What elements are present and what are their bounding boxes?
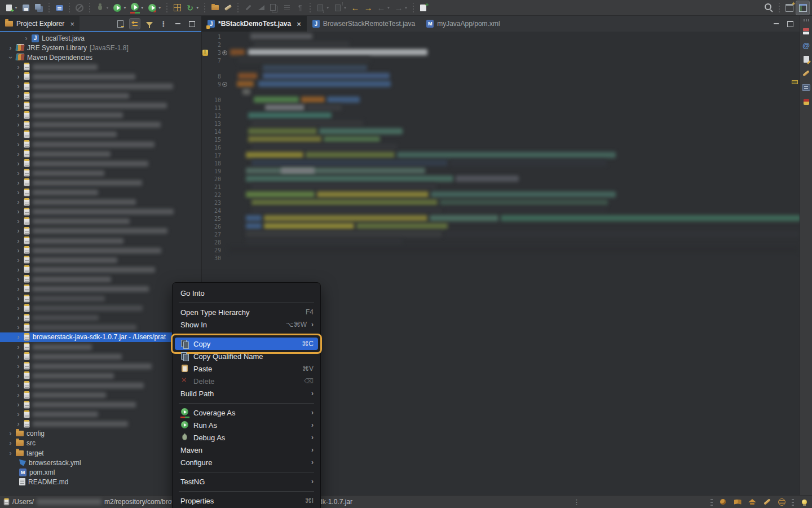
view-menu-icon[interactable]: ⋮ (158, 19, 169, 29)
tree-item-jar[interactable]: › (0, 342, 201, 352)
tree-item[interactable]: ›Maven Dependencies (0, 52, 201, 62)
chevron-collapsed-icon[interactable]: › (16, 227, 21, 234)
tree-item-jar[interactable]: › (0, 72, 201, 81)
chevron-collapsed-icon[interactable]: › (16, 392, 21, 398)
chevron-collapsed-icon[interactable]: › (16, 131, 21, 138)
chevron-collapsed-icon[interactable]: › (16, 266, 21, 273)
tree-item-jar[interactable]: › (0, 139, 201, 149)
format-button[interactable] (255, 1, 268, 15)
close-icon[interactable]: × (70, 20, 74, 28)
mark-occurrences-button[interactable] (242, 1, 255, 15)
tree-item-jar[interactable]: › (0, 380, 201, 390)
tree-item-jar[interactable]: › (0, 265, 201, 274)
tree-item-jar[interactable]: › (0, 313, 201, 323)
pin-editor-button[interactable] (417, 1, 430, 15)
overview-ruler-warning-marker[interactable] (792, 80, 798, 84)
fold-expand-icon[interactable]: + (222, 50, 227, 55)
minimize-icon[interactable] (173, 19, 183, 29)
chevron-collapsed-icon[interactable]: › (16, 411, 21, 418)
tree-item[interactable]: ›target (0, 448, 201, 458)
menu-item-go-into[interactable]: Go Into (173, 287, 320, 299)
dropdown-caret-icon[interactable]: ▼ (196, 6, 200, 10)
chevron-collapsed-icon[interactable]: › (16, 257, 21, 264)
tree-item[interactable]: ›JRE System Library [JavaSE-1.8] (0, 43, 201, 52)
chevron-collapsed-icon[interactable]: › (16, 344, 21, 351)
status-drag-handle[interactable] (710, 498, 713, 506)
menu-item-maven[interactable]: Maven› (173, 444, 320, 456)
tree-item-jar[interactable]: › (0, 217, 201, 226)
next-edit-location-button[interactable] (362, 1, 375, 15)
search-button[interactable] (762, 1, 775, 15)
menu-item-open-type-hierarchy[interactable]: Open Type HierarchyF4 (173, 306, 320, 318)
tree-item-jar[interactable]: › (0, 168, 201, 178)
status-drag-handle[interactable] (792, 498, 794, 506)
menu-item-copy[interactable]: Copy⌘C (175, 338, 318, 350)
open-perspective-button[interactable] (783, 1, 796, 15)
skip-all-breakpoints-button[interactable] (73, 1, 86, 15)
menu-item-run-as[interactable]: Run As› (173, 419, 320, 431)
forward-history-button[interactable]: ▼ (392, 1, 409, 15)
chevron-collapsed-icon[interactable]: › (16, 247, 21, 254)
tree-item-jar[interactable]: › (0, 149, 201, 159)
chevron-collapsed-icon[interactable]: › (16, 373, 21, 379)
chevron-collapsed-icon[interactable]: › (16, 421, 21, 427)
tree-item-jar[interactable]: › (0, 255, 201, 265)
chevron-collapsed-icon[interactable]: › (16, 208, 21, 215)
menu-item-coverage-as[interactable]: Coverage As› (173, 406, 320, 419)
tree-item-jar[interactable]: › (0, 120, 201, 130)
book-status-icon[interactable] (733, 497, 742, 506)
menu-item-debug-as[interactable]: Debug As› (173, 431, 320, 444)
tree-item-jar[interactable]: › (0, 81, 201, 91)
back-history-button[interactable]: ▼ (375, 1, 392, 15)
chevron-collapsed-icon[interactable]: › (16, 401, 21, 408)
show-whitespace-button[interactable] (294, 1, 307, 15)
at-view-icon[interactable]: @ (802, 41, 811, 50)
save-button[interactable] (20, 1, 33, 15)
tree-item-jar[interactable]: › (0, 101, 201, 111)
tree-item-jar[interactable]: › (0, 226, 201, 236)
tree-item[interactable]: Mpom.xml (0, 467, 201, 477)
menu-item-paste[interactable]: Paste⌘V (173, 362, 320, 375)
import-button[interactable] (209, 1, 222, 15)
tree-item-selected[interactable]: ›browserstack-java-sdk-1.0.7.jar - /User… (0, 332, 201, 342)
tab-project-explorer[interactable]: Project Explorer × (0, 16, 80, 32)
cap-status-icon[interactable] (748, 497, 757, 506)
dropdown-caret-icon[interactable]: ▼ (158, 6, 162, 10)
tree-item-jar[interactable]: › (0, 304, 201, 313)
filter-icon[interactable] (144, 19, 155, 29)
editor-tab[interactable]: J*BStackDemoTest.java× (202, 16, 307, 32)
tree-item-jar[interactable]: › (0, 323, 201, 332)
chevron-collapsed-icon[interactable]: › (16, 305, 21, 312)
tree-item-jar[interactable]: › (0, 361, 201, 371)
menu-item-configure[interactable]: Configure› (173, 456, 320, 468)
chevron-collapsed-icon[interactable]: › (16, 83, 21, 90)
tree-item-jar[interactable]: › (0, 159, 201, 168)
editor-tab[interactable]: MmyJavaApp/pom.xml (421, 16, 505, 32)
dropdown-caret-icon[interactable]: ▼ (105, 6, 109, 10)
profile-button[interactable]: ▼ (146, 1, 164, 15)
tree-item-jar[interactable]: › (0, 207, 201, 217)
console-view-icon[interactable] (802, 83, 811, 92)
chevron-collapsed-icon[interactable]: › (16, 334, 21, 340)
decl-view-icon[interactable] (802, 55, 811, 64)
tree-item[interactable]: ›src (0, 439, 201, 448)
fold-collapse-icon[interactable]: - (222, 82, 227, 87)
tree-item[interactable]: ›JLocalTest.java (0, 33, 201, 43)
dropdown-caret-icon[interactable]: ▼ (404, 6, 408, 10)
tree-item-jar[interactable]: › (0, 352, 201, 361)
tree-item-jar[interactable]: › (0, 62, 201, 72)
chevron-collapsed-icon[interactable]: › (16, 218, 21, 225)
chevron-collapsed-icon[interactable]: › (8, 430, 13, 437)
chevron-collapsed-icon[interactable]: › (16, 295, 21, 302)
chevron-collapsed-icon[interactable]: › (16, 238, 21, 244)
tree-item[interactable]: browserstack.yml (0, 458, 201, 467)
chevron-collapsed-icon[interactable]: › (8, 45, 13, 51)
show-outline-button[interactable] (281, 1, 294, 15)
dropdown-caret-icon[interactable]: ▼ (14, 6, 18, 10)
menu-item-show-in[interactable]: Show In⌥⌘W› (173, 318, 320, 331)
tree-item[interactable]: ›config (0, 429, 201, 439)
tree-item-jar[interactable]: › (0, 419, 201, 429)
open-console-button[interactable] (53, 1, 66, 15)
chevron-collapsed-icon[interactable]: › (16, 141, 21, 148)
compare-button[interactable] (268, 1, 281, 15)
